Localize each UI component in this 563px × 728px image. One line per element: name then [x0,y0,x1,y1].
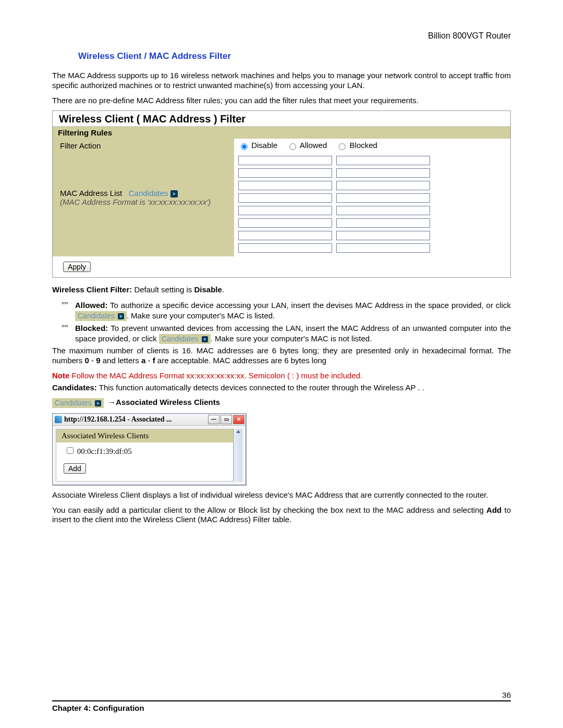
play-icon [95,400,101,406]
client-row: 00:0c:f1:39:df:05 [56,442,233,462]
mac-input-14[interactable] [336,231,430,240]
assoc-header: Associated Wireless Clients [56,429,233,442]
section-title: Wireless Client / MAC Address Filter [78,51,490,61]
mac-input-6[interactable] [336,181,430,190]
bullet-blocked: ”” Blocked: To prevent unwanted devices … [62,323,511,344]
close-button[interactable]: ✕ [233,415,244,424]
candidates-chip[interactable]: Candidates [52,398,104,408]
allowed-t1: To authorize a specific device accessing… [108,301,511,310]
popup-title-text: http://192.168.1.254 - Associated ... [64,415,207,424]
popup-titlebar: http://192.168.1.254 - Associated ... — … [53,414,246,426]
mac-input-7[interactable] [238,193,332,203]
allowed-t2: . Make sure your computer's MAC is liste… [127,311,275,320]
mac-input-8[interactable] [336,193,430,203]
client-checkbox-label[interactable]: 00:0c:f1:39:df:05 [65,447,132,455]
mac-input-9[interactable] [238,206,332,215]
mac-input-1[interactable] [238,156,332,165]
chapter-label: Chapter 4: Configuration [52,704,511,712]
add-button[interactable]: Add [64,463,86,474]
mac-input-15[interactable] [238,243,332,253]
mac-input-3[interactable] [238,168,332,178]
radio-allowed-input[interactable] [289,143,296,150]
page-number: 36 [52,690,511,699]
ie-icon [55,416,62,423]
radio-disable-label: Disable [251,141,277,150]
filter-action-label: Filter Action [53,139,234,152]
mac-input-4[interactable] [336,168,430,178]
assoc-p1: Associate Wireless Client displays a lis… [52,490,511,500]
panel-subtitle: Filtering Rules [53,127,510,139]
bullet-icon: ”” [62,300,75,310]
mac-input-11[interactable] [238,218,332,228]
assoc-p2: You can easily add a particular client t… [52,505,511,525]
assoc-heading: Candidates →Associated Wireless Clients [52,398,511,408]
candidates-link[interactable]: Candidates [129,189,178,198]
maximize-button[interactable]: ▭ [221,415,232,424]
intro-paragraph-1: The MAC Address supports up to 16 wirele… [52,71,511,91]
mac-input-2[interactable] [336,156,430,165]
intro-paragraph-2: There are no pre-define MAC Address filt… [52,96,511,106]
client-checkbox[interactable] [67,447,74,454]
radio-blocked-label: Blocked [350,141,377,150]
note-line: Note Follow the MAC Address Format xx:xx… [52,371,511,380]
radio-disable[interactable]: Disable [238,141,277,150]
radio-allowed-label: Allowed [300,141,327,150]
candidates-desc: Candidates: This function automatically … [52,383,511,393]
bullet-icon: ”” [62,323,75,332]
header-product: Billion 800VGT Router [52,31,511,41]
bullet-allowed: ”” Allowed: To authorize a specific devi… [62,300,511,321]
candidates-chip[interactable]: Candidates [75,311,127,321]
footer: 36 Chapter 4: Configuration [52,690,511,712]
mac-input-16[interactable] [336,243,430,253]
scrollbar[interactable] [234,429,242,482]
apply-button[interactable]: Apply [63,262,91,272]
radio-blocked[interactable]: Blocked [336,141,377,150]
blocked-head: Blocked: [75,324,108,332]
wcf-line: Wireless Client Filter: Default setting … [52,285,511,295]
radio-blocked-input[interactable] [339,143,346,150]
mac-input-13[interactable] [238,231,332,240]
play-icon [118,313,124,319]
mac-input-5[interactable] [238,181,332,190]
mac-filter-panel: Wireless Client ( MAC Address ) Filter F… [52,110,511,278]
blocked-t2: . Make sure your computer's MAC is not l… [211,334,372,343]
play-icon [202,336,208,342]
radio-disable-input[interactable] [241,143,248,150]
mac-list-label: MAC Address List [60,189,122,198]
mac-input-10[interactable] [336,206,430,215]
mac-format-hint: (MAC Address Format is 'xx:xx:xx:xx:xx:x… [60,198,211,206]
play-icon [170,190,178,198]
filter-action-options: Disable Allowed Blocked [234,139,510,152]
allowed-head: Allowed: [75,301,108,310]
radio-allowed[interactable]: Allowed [287,141,327,150]
mac-inputs [234,152,510,256]
associated-clients-popup: http://192.168.1.254 - Associated ... — … [52,413,246,485]
candidates-link-text: Candidates [129,189,168,198]
minimize-button[interactable]: — [208,415,219,424]
candidates-chip[interactable]: Candidates [159,334,211,344]
panel-title: Wireless Client ( MAC Address ) Filter [53,111,510,127]
client-mac: 00:0c:f1:39:df:05 [77,447,132,455]
max-clients: The maximum number of clients is 16. MAC… [52,346,511,366]
mac-input-12[interactable] [336,218,430,228]
